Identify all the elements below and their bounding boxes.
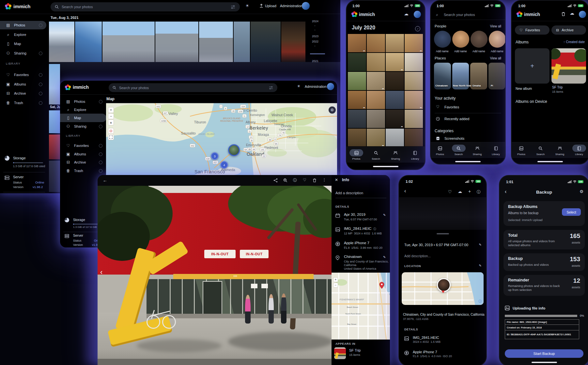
avatar[interactable] [302,2,310,10]
photo-thumbnail[interactable] [234,22,250,62]
nav-search[interactable]: Search [532,145,549,156]
sidebar-item-map[interactable]: ▯Map [0,40,46,48]
map-photo-marker[interactable] [437,278,451,292]
edit-location-pencil-icon[interactable]: ✎ [479,264,482,267]
nav-library[interactable]: Library [487,145,504,156]
start-backup-button[interactable]: Start Backup [505,349,583,358]
sidebar-item-favorites[interactable]: ♡Favorites [60,141,106,150]
edit-date-pencil-icon[interactable]: ✎ [383,213,386,217]
archive-button[interactable]: ⊟Archive [551,25,586,35]
sheet-drag-handle[interactable] [437,233,449,234]
map-cluster-marker[interactable]: 3 [211,152,219,160]
people-view-all-link[interactable]: View all [490,24,501,28]
new-album-tile[interactable]: + [515,48,549,84]
place-name[interactable]: Omaha [472,84,481,87]
place-name[interactable]: Near North Side [453,84,472,87]
nav-search[interactable]: Search [367,149,384,160]
screenshots-item[interactable]: Screenshots [444,136,464,140]
nav-library[interactable]: Library [407,149,424,160]
upload-button[interactable]: Upload [265,4,276,8]
photo-thumbnail[interactable] [386,91,404,109]
avatar[interactable] [327,83,334,90]
search-input[interactable]: Search your photos [444,13,475,17]
photo-thumbnail[interactable] [49,110,60,133]
album-name[interactable]: SF Trip [349,348,361,352]
place-name[interactable]: Pi [491,84,493,87]
sidebar-item-photos[interactable]: ▤Photos [60,97,106,106]
description-input[interactable]: Add description... [404,254,431,258]
recently-added-item[interactable]: Recently added [444,117,469,121]
immich-logo-icon[interactable] [65,84,71,91]
upload-cloud-icon[interactable]: ☁↑ [404,11,409,16]
favorites-button[interactable]: ♡Favorites [515,25,549,35]
sidebar-item-trash[interactable]: 🗑Trash [60,167,106,175]
photo-thumbnail[interactable] [155,22,198,62]
photo-thumbnail[interactable] [348,53,366,71]
search-input[interactable]: Search your photos [51,2,240,11]
sidebar-item-explore[interactable]: ⌕Explore [0,30,46,39]
avatar[interactable] [579,11,586,18]
photo-thumbnail[interactable] [405,91,423,109]
photo-thumbnail[interactable] [386,34,404,52]
trash-icon[interactable] [313,178,317,182]
photo-thumbnail[interactable] [405,53,423,71]
scrubber-year[interactable]: 2023 [312,35,318,38]
file-info-icon[interactable]: ⓘ [373,227,376,231]
sidebar-item-archive[interactable]: ⊟Archive [60,158,106,167]
photo-preview[interactable] [399,197,486,230]
back-icon[interactable]: ‹ [505,189,506,195]
album-tile-sftrip[interactable] [551,48,586,84]
avatar[interactable] [414,11,421,18]
upload-cloud-icon[interactable]: ☁↑ [458,189,462,194]
photo-thumbnail[interactable] [102,22,155,62]
info-map[interactable]: FISHERMAN'S WHARF Beach Street North Poi… [332,273,390,340]
zoom-icon[interactable] [283,178,287,182]
photo-thumbnail[interactable] [49,161,60,192]
add-name-label[interactable]: Add name [491,50,503,53]
map-hide-markers-button[interactable]: ⊘ [108,128,114,134]
administration-link[interactable]: Administration [305,85,327,88]
immich-logo-icon[interactable] [5,3,12,10]
back-icon[interactable]: ← [103,178,107,183]
favorite-icon[interactable]: ♡ [303,178,306,182]
share-icon[interactable] [273,178,278,182]
photo-thumbnail[interactable] [348,72,366,90]
nav-photos[interactable]: Photos [513,145,530,156]
upload-icon[interactable] [259,4,263,8]
photo-thumbnail[interactable] [386,110,404,128]
photo-thumbnail[interactable] [348,129,366,146]
photo-thumbnail[interactable] [367,34,385,52]
photo-thumbnail[interactable] [367,110,385,128]
photo-thumbnail[interactable] [386,53,404,71]
scrubber-handle[interactable] [310,54,325,54]
description-input[interactable]: Add a description [335,191,363,195]
photo-thumbnail[interactable] [405,34,423,52]
map-zoom-in-button[interactable]: + [108,107,114,113]
photo-thumbnail[interactable] [199,22,233,62]
back-icon[interactable]: ‹ [404,188,406,194]
edit-location-pencil-icon[interactable]: ✎ [383,255,386,259]
photo-thumbnail[interactable] [367,53,385,71]
select-button[interactable]: Select [562,208,581,216]
add-name-label[interactable]: Add name [436,50,449,53]
photo-thumbnail[interactable] [405,129,423,146]
photo-thumbnail[interactable] [49,64,60,104]
filter-icon[interactable] [231,5,235,9]
nav-sharing[interactable]: Sharing [469,145,486,156]
map-zoom-out-button[interactable]: − [333,283,338,288]
photo-thumbnail[interactable] [405,110,423,128]
close-icon[interactable]: ✕ [335,178,338,182]
photo-thumbnail[interactable] [49,22,74,62]
sidebar-item-sharing[interactable]: ⚇Sharing [0,49,46,57]
map-compass-button[interactable]: ▲ [108,119,114,125]
favorites-item[interactable]: Favorites [444,105,459,109]
photo-thumbnail[interactable] [405,72,423,90]
photo-thumbnail[interactable] [348,34,366,52]
theme-toggle-icon[interactable]: ☀ [297,84,301,88]
sidebar-item-trash[interactable]: 🗑Trash [0,99,46,107]
scrubber-year[interactable]: 2024 [312,20,318,23]
trash-icon[interactable] [561,12,565,16]
edit-date-pencil-icon[interactable]: ✎ [479,243,482,246]
nav-search[interactable]: Search [450,145,467,156]
photo-thumbnail[interactable] [434,31,451,48]
